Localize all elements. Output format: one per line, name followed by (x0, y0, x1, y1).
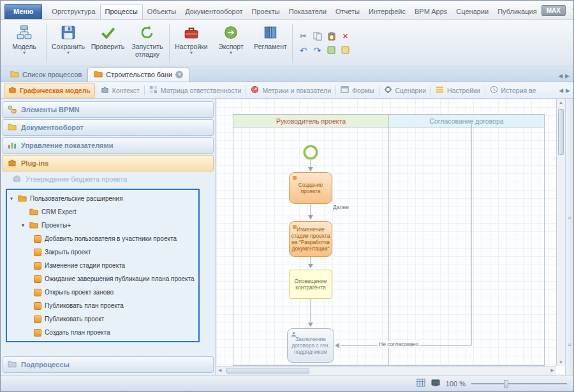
section-plugins[interactable]: Plug-ins (3, 155, 214, 171)
copy-icon[interactable] (311, 30, 323, 42)
app-window: Меню Оргструктура Процессы Объекты Докум… (0, 0, 574, 392)
splitter-grip-icon[interactable]: ≡ (566, 215, 573, 221)
view-graphical-model[interactable]: Графическая модель (4, 83, 95, 98)
model-icon (16, 24, 33, 41)
reglament-button[interactable]: Регламент (251, 22, 290, 64)
ribbon-tab-bpm-apps[interactable]: BPM Apps (410, 4, 452, 19)
collapsed-panel-splitter[interactable]: ≡ ≡ (565, 99, 573, 375)
fit-screen-icon[interactable] (431, 379, 440, 388)
ribbon-tab-reports[interactable]: Отчеты (331, 4, 364, 19)
task-conclude-contract-label: Заключение договора с ген. подрядчиком (289, 336, 332, 356)
tabs-scroll-left-icon[interactable]: ◀ (558, 73, 563, 79)
start-event-node[interactable] (304, 145, 318, 159)
tree-item-add-user[interactable]: Добавить пользователя в участники проект… (8, 232, 197, 245)
folder-icon (29, 221, 38, 230)
view-forms[interactable]: Формы (337, 83, 378, 97)
section-subprocesses[interactable]: Подпроцессы (3, 356, 214, 373)
section-docflow[interactable]: Документооборот (3, 119, 214, 136)
horizontal-scrollbar-thumb[interactable] (226, 368, 309, 374)
redo-icon[interactable]: ↷ (311, 44, 323, 56)
scroll-left-icon[interactable]: ◀ (218, 368, 221, 373)
folder-icon (94, 70, 103, 79)
zoom-slider-thumb[interactable] (504, 380, 508, 388)
zoom-slider[interactable] (471, 379, 567, 388)
plugin-leaf-icon (34, 249, 41, 256)
tabs-scroll-right-icon[interactable]: ▶ (565, 73, 570, 79)
ribbon-tab-processes[interactable]: Процессы (100, 4, 143, 19)
task-notify-contractor-label: Оповещение контрагента (291, 278, 330, 291)
tree-item-projects-plus[interactable]: ▾ Проекты+ (8, 219, 197, 232)
close-icon[interactable]: ✕ (175, 71, 183, 78)
horizontal-scrollbar[interactable]: ◀ ▶ (216, 366, 556, 375)
sliders-icon (436, 85, 444, 95)
chevron-down-icon: ▾ (230, 50, 232, 55)
ribbon-tab-publication[interactable]: Публикация (493, 4, 541, 19)
section-indicator-management[interactable]: Управление показателями (3, 137, 214, 154)
ribbon-tab-docflow[interactable]: Документооборот (180, 4, 247, 19)
tree-item-crm-expert[interactable]: CRM Expert (8, 205, 197, 219)
toolbar-scroll-right-icon[interactable]: ▶ (566, 87, 570, 94)
paste-icon[interactable] (325, 30, 337, 42)
tree-item-publish-project[interactable]: Публиковать проект (8, 312, 197, 326)
vertical-scrollbar-thumb[interactable] (558, 109, 564, 155)
task-change-stage[interactable]: Изменение стадии проекта на "Разработка … (289, 221, 332, 257)
task-conclude-contract[interactable]: Заключение договора с ген. подрядчиком (287, 328, 334, 363)
paste-style-icon[interactable] (339, 44, 351, 56)
form-icon (341, 85, 349, 95)
view-metrics[interactable]: Метрики и показатели (247, 83, 335, 97)
expander-icon[interactable]: ▾ (8, 196, 15, 201)
ribbon-tab-projects[interactable]: Проекты (247, 4, 284, 19)
tree-item-reopen-project[interactable]: Открыть проект заново (8, 286, 197, 299)
grid-view-icon[interactable] (416, 379, 425, 388)
help-icon[interactable]: ? (570, 5, 573, 16)
check-button[interactable]: Проверить (88, 22, 128, 64)
settings-button[interactable]: Настройки ▾ (172, 22, 211, 64)
save-button[interactable]: Сохранить ▾ (48, 22, 88, 64)
tree-item-publish-plan[interactable]: Публиковать план проекта (8, 299, 197, 312)
vertical-scrollbar[interactable]: ▲ ▼ (556, 99, 565, 366)
undo-icon[interactable]: ↶ (297, 44, 309, 56)
cut-icon[interactable]: ✂ (297, 30, 309, 42)
plugin-leaf-icon (34, 289, 41, 296)
plugin-item-budget-approval[interactable]: Утверждение бюджета проекта (3, 171, 214, 185)
scroll-right-icon[interactable]: ▶ (551, 368, 554, 373)
tree-item-change-stage[interactable]: Изменение стадии проекта (8, 259, 197, 272)
view-settings[interactable]: Настройки (432, 83, 484, 97)
ribbon-tab-indicators[interactable]: Показатели (284, 4, 331, 19)
export-button[interactable]: Экспорт ▾ (211, 22, 251, 64)
diagram-canvas[interactable]: Руководитель проекта Согласование догово… (216, 99, 573, 375)
ribbon-tab-interface[interactable]: Интерфейс (364, 4, 410, 19)
tree-item-create-plan[interactable]: Создать план проекта (8, 326, 197, 339)
ribbon-tab-scenarios[interactable]: Сценарии (452, 4, 493, 19)
scroll-up-icon[interactable]: ▲ (557, 100, 565, 105)
max-toggle-button[interactable]: MAX (541, 5, 566, 16)
splitter-grip-icon[interactable]: ≡ (566, 342, 573, 348)
task-create-project[interactable]: Создание проекта (289, 172, 332, 204)
tab-construction-bani[interactable]: Строительство бани ✕ (87, 68, 189, 82)
ribbon-tab-bar: Меню Оргструктура Процессы Объекты Докум… (1, 1, 573, 20)
tree-item-close-project[interactable]: Закрыть проект (8, 245, 197, 259)
delete-icon[interactable]: ✕ (339, 30, 351, 42)
plugin-leaf-icon (34, 262, 41, 270)
section-bpmn-elements[interactable]: Элементы BPMN (3, 101, 214, 118)
expander-icon[interactable]: ▾ (20, 222, 26, 228)
view-context[interactable]: Контекст (97, 83, 144, 97)
toolbar-scroll-left-icon[interactable]: ◀ (559, 87, 563, 94)
ribbon-tab-objects[interactable]: Объекты (143, 4, 180, 19)
folder-icon (29, 208, 38, 217)
tree-item-wait-publication[interactable]: Ожидание завершения публикации плана про… (8, 272, 197, 286)
menu-button[interactable]: Меню (4, 4, 42, 19)
copy-style-icon[interactable] (325, 44, 337, 56)
tab-process-list[interactable]: Список процессов (4, 68, 87, 82)
tree-item-close-project-label: Закрыть проект (45, 249, 91, 256)
model-button[interactable]: Модель ▾ (4, 22, 44, 64)
view-responsibility-matrix[interactable]: Матрица ответственности (145, 83, 246, 97)
scroll-down-icon[interactable]: ▼ (557, 360, 565, 365)
puzzle-icon (13, 174, 21, 184)
view-scenarios[interactable]: Сценарии (380, 83, 430, 97)
debug-button[interactable]: Запустить отладку (128, 22, 167, 64)
tree-item-root[interactable]: ▾ Пользовательские расширения (8, 192, 197, 205)
view-history[interactable]: История ве (486, 83, 540, 97)
ribbon-tab-orgstructure[interactable]: Оргструктура (47, 4, 99, 19)
task-notify-contractor[interactable]: Оповещение контрагента (289, 270, 332, 299)
